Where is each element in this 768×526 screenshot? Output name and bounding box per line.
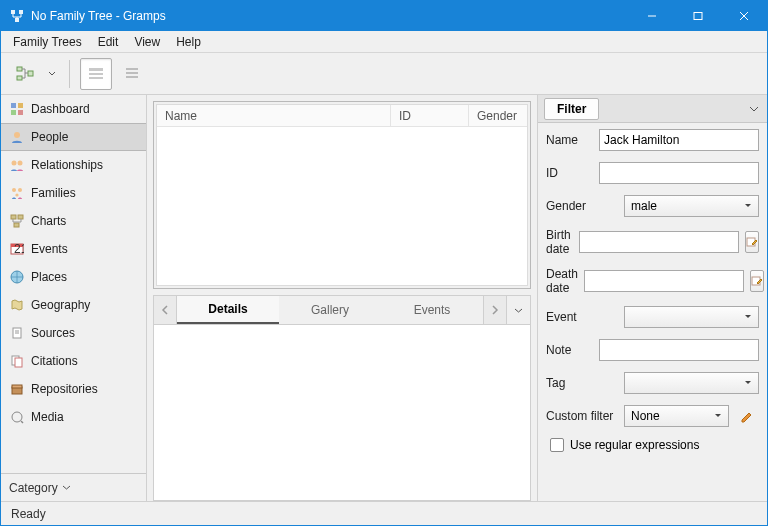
sidebar-item-label: Relationships [31, 158, 103, 172]
sidebar-item-dashboard[interactable]: Dashboard [1, 95, 146, 123]
tab-scroll-left[interactable] [153, 295, 177, 325]
column-header-id[interactable]: ID [391, 105, 469, 127]
filter-birth-label: Birth date [546, 228, 573, 256]
sidebar-item-citations[interactable]: Citations [1, 347, 146, 375]
tab-events[interactable]: Events [381, 296, 483, 324]
custom-filter-edit-button[interactable] [735, 405, 759, 427]
tab-gallery[interactable]: Gallery [279, 296, 381, 324]
window-titlebar: No Family Tree - Gramps [1, 1, 767, 31]
menu-help[interactable]: Help [168, 33, 209, 51]
sidebar-item-label: Families [31, 186, 76, 200]
sidebar-item-label: Repositories [31, 382, 98, 396]
sidebar-item-places[interactable]: Places [1, 263, 146, 291]
svg-rect-37 [15, 358, 22, 367]
citations-icon [9, 353, 25, 369]
filter-death-input[interactable] [584, 270, 744, 292]
calendar-edit-icon [746, 236, 758, 248]
list-view-compact-button[interactable] [116, 58, 148, 90]
sidebar-item-media[interactable]: Media [1, 403, 146, 431]
app-icon [9, 8, 25, 24]
sidebar-item-charts[interactable]: Charts [1, 207, 146, 235]
sidebar-item-geography[interactable]: Geography [1, 291, 146, 319]
svg-point-40 [12, 412, 22, 422]
people-grid-container: Name ID Gender [153, 101, 531, 289]
svg-rect-28 [14, 223, 19, 227]
chevron-down-icon [744, 202, 752, 210]
places-icon [9, 269, 25, 285]
dashboard-icon [9, 101, 25, 117]
filter-tag-combo[interactable] [624, 372, 759, 394]
svg-rect-10 [89, 68, 103, 71]
pencil-icon [740, 409, 754, 423]
sidebar-item-label: Geography [31, 298, 90, 312]
filter-note-label: Note [546, 343, 593, 357]
sidebar-item-repositories[interactable]: Repositories [1, 375, 146, 403]
tree-view-button[interactable] [9, 58, 41, 90]
svg-rect-18 [11, 110, 16, 115]
charts-icon [9, 213, 25, 229]
sidebar-item-label: Media [31, 410, 64, 424]
sidebar-item-people[interactable]: People [1, 123, 146, 151]
tab-details[interactable]: Details [177, 296, 279, 324]
tab-dropdown[interactable] [507, 295, 531, 325]
death-date-picker-button[interactable] [750, 270, 764, 292]
filter-name-input[interactable] [599, 129, 759, 151]
svg-rect-19 [18, 110, 23, 115]
chevron-down-icon [744, 313, 752, 321]
filter-custom-combo[interactable]: None [624, 405, 729, 427]
people-grid-body[interactable] [157, 127, 527, 285]
svg-rect-14 [126, 72, 138, 74]
sidebar-item-sources[interactable]: Sources [1, 319, 146, 347]
statusbar: Ready [1, 501, 767, 525]
sidebar-item-label: Places [31, 270, 67, 284]
filter-note-input[interactable] [599, 339, 759, 361]
menubar: Family Trees Edit View Help [1, 31, 767, 53]
window-close-button[interactable] [721, 1, 767, 31]
menu-family-trees[interactable]: Family Trees [5, 33, 90, 51]
svg-text:21: 21 [14, 242, 24, 256]
filter-custom-label: Custom filter [546, 409, 618, 423]
svg-rect-8 [17, 76, 22, 80]
sidebar-item-label: Charts [31, 214, 66, 228]
filter-gender-value: male [631, 199, 657, 213]
sidebar-item-families[interactable]: Families [1, 179, 146, 207]
filter-tag-label: Tag [546, 376, 618, 390]
svg-rect-17 [18, 103, 23, 108]
category-toggle[interactable]: Category [1, 473, 146, 501]
filter-gender-combo[interactable]: male [624, 195, 759, 217]
tab-scroll-right[interactable] [483, 295, 507, 325]
events-icon: 21 [9, 241, 25, 257]
menu-edit[interactable]: Edit [90, 33, 127, 51]
regex-checkbox[interactable] [550, 438, 564, 452]
tree-view-dropdown-icon[interactable] [45, 70, 59, 78]
filter-death-label: Death date [546, 267, 578, 295]
list-view-card-button[interactable] [80, 58, 112, 90]
filter-gender-label: Gender [546, 199, 618, 213]
filter-panel-dropdown[interactable] [741, 104, 767, 114]
birth-date-picker-button[interactable] [745, 231, 759, 253]
column-header-name[interactable]: Name [157, 105, 391, 127]
sidebar-item-events[interactable]: 21 Events [1, 235, 146, 263]
menu-view[interactable]: View [126, 33, 168, 51]
filter-button[interactable]: Filter [544, 98, 599, 120]
filter-id-label: ID [546, 166, 593, 180]
toolbar-separator [69, 60, 70, 88]
sidebar-item-label: People [31, 130, 68, 144]
toolbar [1, 53, 767, 95]
sidebar-item-label: Dashboard [31, 102, 90, 116]
filter-id-input[interactable] [599, 162, 759, 184]
column-header-gender[interactable]: Gender [469, 105, 527, 127]
filter-custom-value: None [631, 409, 660, 423]
window-maximize-button[interactable] [675, 1, 721, 31]
svg-line-41 [21, 421, 23, 423]
filter-birth-input[interactable] [579, 231, 739, 253]
filter-event-combo[interactable] [624, 306, 759, 328]
sidebar-item-relationships[interactable]: Relationships [1, 151, 146, 179]
filter-panel: Filter Name ID Gender male Birth date [537, 95, 767, 501]
window-minimize-button[interactable] [629, 1, 675, 31]
relationships-icon [9, 157, 25, 173]
svg-rect-13 [126, 68, 138, 70]
tab-content [153, 325, 531, 501]
chevron-down-icon [714, 412, 722, 420]
chevron-down-icon [744, 379, 752, 387]
